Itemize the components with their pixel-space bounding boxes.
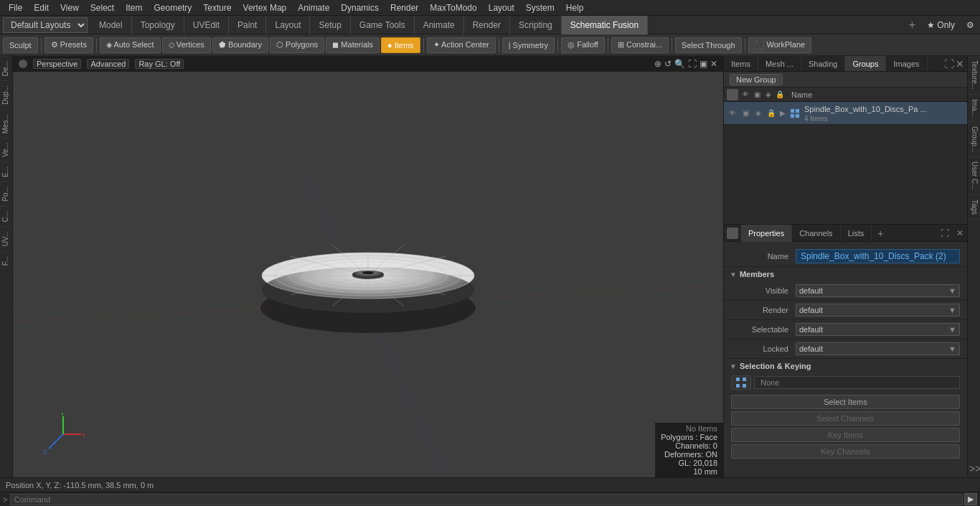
viewport-fullscreen-icon[interactable]: ⛶ <box>688 59 697 69</box>
prop-tab-add[interactable]: + <box>872 225 889 242</box>
tab-schematic-fusion[interactable]: Schematic Fusion <box>562 16 648 34</box>
col-select-icon[interactable]: ◈ <box>763 89 774 100</box>
action-center-button[interactable]: ✦ Action Center <box>427 37 496 53</box>
rp-tab-shading[interactable]: Shading <box>801 56 845 71</box>
items-button[interactable]: ● Items <box>381 37 420 53</box>
falloff-button[interactable]: ◎ Falloff <box>561 37 605 53</box>
prop-tab-toggle[interactable] <box>727 228 738 239</box>
viewport-zoom-out-icon[interactable]: 🔍 <box>674 59 685 69</box>
item-row-lock[interactable]: 🔒 <box>765 108 777 119</box>
command-run-button[interactable]: ▶ <box>964 493 977 505</box>
symmetry-button[interactable]: | Symmetry <box>502 37 555 53</box>
new-group-button[interactable]: New Group <box>730 74 783 85</box>
menu-item[interactable]: Item <box>120 0 148 16</box>
key-items-button[interactable]: Key Items <box>731 428 960 442</box>
prop-render-dropdown[interactable]: default ▼ <box>796 304 960 317</box>
viewport-advanced-button[interactable]: Advanced <box>87 59 129 69</box>
right-tab-user[interactable]: User C... <box>968 157 980 195</box>
menu-system[interactable]: System <box>520 0 560 16</box>
rp-tab-groups[interactable]: Groups <box>845 56 886 71</box>
tab-topology[interactable]: Topology <box>132 16 184 34</box>
tab-settings-button[interactable]: ⚙ <box>961 16 980 34</box>
viewport-options-button[interactable] <box>19 60 27 68</box>
tab-add-button[interactable]: + <box>903 16 921 34</box>
col-render-icon[interactable]: ▣ <box>751 89 763 100</box>
left-tab-po[interactable]: Po... <box>0 182 12 206</box>
left-tab-f[interactable]: F... <box>0 251 12 270</box>
presets-button[interactable]: ⚙ Presets <box>44 37 93 53</box>
col-lock-icon[interactable]: 🔒 <box>774 89 786 100</box>
right-sidebar-expand[interactable]: >> <box>968 460 980 477</box>
menu-render[interactable]: Render <box>385 0 424 16</box>
right-tab-texture[interactable]: Texture... <box>968 56 980 95</box>
right-tab-tags[interactable]: Tags <box>968 195 980 220</box>
menu-edit[interactable]: Edit <box>28 0 55 16</box>
left-tab-ve[interactable]: Ve... <box>0 138 12 161</box>
members-section-header[interactable]: ▼ Members <box>724 267 967 281</box>
menu-help[interactable]: Help <box>560 0 590 16</box>
prop-name-input[interactable]: Spindle_Box_with_10_Discs_Pack (2) <box>796 249 960 263</box>
command-input[interactable] <box>10 494 963 505</box>
select-items-button[interactable]: Select Items <box>731 395 960 409</box>
menu-vertex-map[interactable]: Vertex Map <box>237 0 293 16</box>
menu-file[interactable]: File <box>3 0 28 16</box>
left-tab-e[interactable]: E... <box>0 161 12 182</box>
item-row-spindle[interactable]: 👁 ▣ ◈ 🔒 ▶ <box>724 102 967 125</box>
left-tab-mes[interactable]: Mes... <box>0 109 12 138</box>
item-row-render[interactable]: ▣ <box>740 108 751 119</box>
key-channels-button[interactable]: Key Channels <box>731 444 960 459</box>
layout-dropdown[interactable]: Default Layouts <box>3 17 88 33</box>
viewport-canvas[interactable]: X Y Z <box>13 56 723 477</box>
menu-select[interactable]: Select <box>85 0 120 16</box>
prop-close-icon[interactable]: ✕ <box>953 228 967 238</box>
sel-key-dots-icon[interactable] <box>731 375 751 390</box>
menu-maxtomodo[interactable]: MaxToModo <box>424 0 482 16</box>
menu-view[interactable]: View <box>55 0 85 16</box>
col-eye-icon[interactable]: 👁 <box>740 89 751 100</box>
tab-render[interactable]: Render <box>464 16 510 34</box>
polygons-button[interactable]: ⬡ Polygons <box>270 37 324 53</box>
prop-selectable-dropdown[interactable]: default ▼ <box>796 323 960 336</box>
viewport-fit-icon[interactable]: ⊕ <box>654 59 661 69</box>
viewport-close-icon[interactable]: ✕ <box>710 59 717 69</box>
sel-key-none-label[interactable]: None <box>754 376 960 389</box>
menu-animate[interactable]: Animate <box>292 0 335 16</box>
rp-tab-images[interactable]: Images <box>886 56 927 71</box>
menu-dynamics[interactable]: Dynamics <box>335 0 385 16</box>
left-tab-dup[interactable]: Dup... <box>0 80 12 109</box>
viewport-menu-icon[interactable]: ▣ <box>699 59 707 69</box>
tab-setup[interactable]: Setup <box>310 16 350 34</box>
tab-animate[interactable]: Animate <box>415 16 464 34</box>
viewport-ray-gl-button[interactable]: Ray GL: Off <box>135 59 184 69</box>
left-tab-c[interactable]: C... <box>0 206 12 227</box>
rp-tab-items[interactable]: Items <box>724 56 758 71</box>
tab-scripting[interactable]: Scripting <box>510 16 562 34</box>
select-through-button[interactable]: Select Through <box>675 37 741 53</box>
sculpt-button[interactable]: Sculpt <box>3 37 38 53</box>
tab-paint[interactable]: Paint <box>229 16 266 34</box>
rp-tab-mesh[interactable]: Mesh ... <box>758 56 801 71</box>
prop-expand-icon[interactable]: ⛶ <box>937 228 953 238</box>
selection-keying-header[interactable]: ▼ Selection & Keying <box>724 359 967 373</box>
prop-locked-dropdown[interactable]: default ▼ <box>796 342 960 355</box>
tab-layout[interactable]: Layout <box>266 16 310 34</box>
item-row-visibility[interactable]: 👁 <box>727 108 738 119</box>
viewport-perspective-button[interactable]: Perspective <box>33 59 81 69</box>
col-visibility-icon[interactable] <box>727 89 738 100</box>
auto-select-button[interactable]: ◈ Auto Select <box>100 37 161 53</box>
right-tab-group[interactable]: Group... <box>968 122 980 157</box>
viewport-rotate-icon[interactable]: ↺ <box>664 59 672 69</box>
workplane-button[interactable]: ⬛ WorkPlane <box>748 37 812 53</box>
prop-visible-dropdown[interactable]: default ▼ <box>796 284 960 297</box>
menu-texture[interactable]: Texture <box>197 0 237 16</box>
item-expand-arrow[interactable]: ▶ <box>780 109 786 117</box>
tab-game-tools[interactable]: Game Tools <box>351 16 415 34</box>
constraints-button[interactable]: ⊞ Constrai... <box>611 37 669 53</box>
prop-tab-lists[interactable]: Lists <box>841 225 872 242</box>
tab-uvedit[interactable]: UVEdit <box>184 16 229 34</box>
tab-star[interactable]: ★ Only <box>921 16 961 34</box>
menu-layout[interactable]: Layout <box>483 0 520 16</box>
left-tab-uv[interactable]: UV... <box>0 226 12 250</box>
rp-expand-icon[interactable]: ⛶ <box>944 56 954 71</box>
items-scroll[interactable]: 👁 ▣ ◈ 🔒 ▶ <box>724 102 967 224</box>
